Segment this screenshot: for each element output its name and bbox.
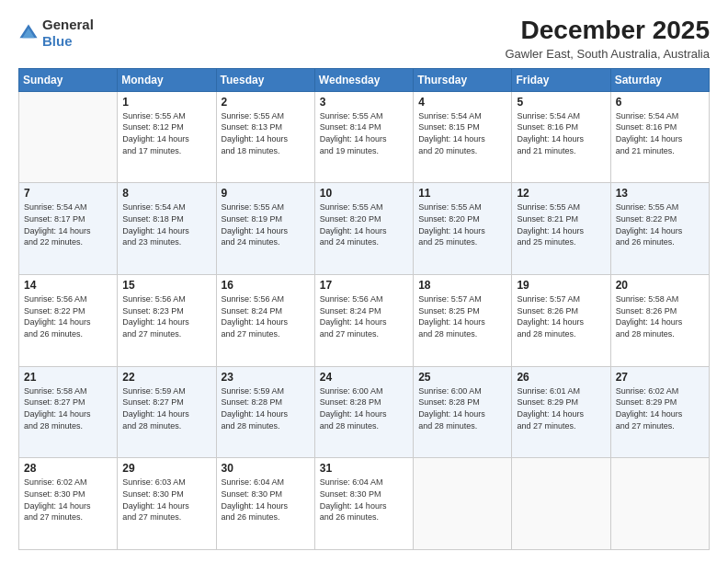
day-info: Sunrise: 5:57 AM Sunset: 8:25 PM Dayligh… xyxy=(418,293,506,339)
day-info: Sunrise: 5:55 AM Sunset: 8:14 PM Dayligh… xyxy=(320,110,408,156)
day-number: 29 xyxy=(122,462,210,475)
day-info: Sunrise: 5:54 AM Sunset: 8:18 PM Dayligh… xyxy=(122,201,210,247)
day-number: 9 xyxy=(222,187,310,200)
day-info: Sunrise: 6:03 AM Sunset: 8:30 PM Dayligh… xyxy=(122,477,210,523)
day-info: Sunrise: 5:56 AM Sunset: 8:22 PM Dayligh… xyxy=(24,293,112,339)
calendar-cell: 11Sunrise: 5:55 AM Sunset: 8:20 PM Dayli… xyxy=(414,183,512,275)
day-info: Sunrise: 5:55 AM Sunset: 8:21 PM Dayligh… xyxy=(517,201,605,247)
day-info: Sunrise: 5:59 AM Sunset: 8:28 PM Dayligh… xyxy=(222,385,310,431)
calendar-cell: 17Sunrise: 5:56 AM Sunset: 8:24 PM Dayli… xyxy=(314,275,413,367)
day-info: Sunrise: 5:54 AM Sunset: 8:15 PM Dayligh… xyxy=(418,110,506,156)
calendar-cell: 20Sunrise: 5:58 AM Sunset: 8:26 PM Dayli… xyxy=(610,275,709,367)
day-info: Sunrise: 5:55 AM Sunset: 8:19 PM Dayligh… xyxy=(222,201,310,247)
day-info: Sunrise: 5:54 AM Sunset: 8:17 PM Dayligh… xyxy=(24,201,112,247)
day-info: Sunrise: 6:02 AM Sunset: 8:30 PM Dayligh… xyxy=(24,477,112,523)
day-number: 8 xyxy=(122,187,210,200)
calendar-cell: 29Sunrise: 6:03 AM Sunset: 8:30 PM Dayli… xyxy=(118,458,216,550)
calendar-cell: 22Sunrise: 5:59 AM Sunset: 8:27 PM Dayli… xyxy=(118,366,216,458)
day-number: 7 xyxy=(24,187,112,200)
day-info: Sunrise: 6:00 AM Sunset: 8:28 PM Dayligh… xyxy=(418,385,506,431)
logo-general: General xyxy=(42,17,94,33)
day-number: 5 xyxy=(517,96,605,109)
title-block: December 2025 Gawler East, South Austral… xyxy=(505,17,710,61)
subtitle: Gawler East, South Australia, Australia xyxy=(505,47,710,61)
day-number: 30 xyxy=(222,462,310,475)
day-info: Sunrise: 6:01 AM Sunset: 8:29 PM Dayligh… xyxy=(517,385,605,431)
day-info: Sunrise: 5:58 AM Sunset: 8:26 PM Dayligh… xyxy=(616,293,704,339)
day-number: 4 xyxy=(418,96,506,109)
calendar-cell: 31Sunrise: 6:04 AM Sunset: 8:30 PM Dayli… xyxy=(314,458,413,550)
day-info: Sunrise: 5:57 AM Sunset: 8:26 PM Dayligh… xyxy=(517,293,605,339)
calendar-cell: 27Sunrise: 6:02 AM Sunset: 8:29 PM Dayli… xyxy=(610,366,709,458)
calendar-cell xyxy=(19,91,118,183)
day-number: 18 xyxy=(418,279,506,292)
calendar-cell: 6Sunrise: 5:54 AM Sunset: 8:16 PM Daylig… xyxy=(610,91,709,183)
day-number: 10 xyxy=(320,187,408,200)
day-number: 2 xyxy=(222,96,310,109)
calendar-cell: 24Sunrise: 6:00 AM Sunset: 8:28 PM Dayli… xyxy=(314,366,413,458)
day-info: Sunrise: 5:58 AM Sunset: 8:27 PM Dayligh… xyxy=(24,385,112,431)
day-info: Sunrise: 6:00 AM Sunset: 8:28 PM Dayligh… xyxy=(320,385,408,431)
calendar-cell: 3Sunrise: 5:55 AM Sunset: 8:14 PM Daylig… xyxy=(314,91,413,183)
page: General Blue December 2025 Gawler East, … xyxy=(0,0,728,563)
calendar-cell xyxy=(414,458,512,550)
day-info: Sunrise: 5:54 AM Sunset: 8:16 PM Dayligh… xyxy=(517,110,605,156)
day-number: 14 xyxy=(24,279,112,292)
day-header-tuesday: Tuesday xyxy=(216,68,314,91)
calendar-cell: 14Sunrise: 5:56 AM Sunset: 8:22 PM Dayli… xyxy=(19,275,118,367)
day-number: 6 xyxy=(616,96,704,109)
day-number: 12 xyxy=(517,187,605,200)
calendar-cell: 8Sunrise: 5:54 AM Sunset: 8:18 PM Daylig… xyxy=(118,183,216,275)
calendar-cell: 16Sunrise: 5:56 AM Sunset: 8:24 PM Dayli… xyxy=(216,275,314,367)
day-header-monday: Monday xyxy=(118,68,216,91)
calendar-cell: 5Sunrise: 5:54 AM Sunset: 8:16 PM Daylig… xyxy=(512,91,610,183)
calendar-cell: 30Sunrise: 6:04 AM Sunset: 8:30 PM Dayli… xyxy=(216,458,314,550)
calendar-cell xyxy=(610,458,709,550)
day-number: 19 xyxy=(517,279,605,292)
day-info: Sunrise: 5:55 AM Sunset: 8:22 PM Dayligh… xyxy=(616,201,704,247)
day-header-sunday: Sunday xyxy=(19,68,118,91)
day-number: 23 xyxy=(222,371,310,384)
day-info: Sunrise: 5:55 AM Sunset: 8:20 PM Dayligh… xyxy=(320,201,408,247)
calendar-cell: 10Sunrise: 5:55 AM Sunset: 8:20 PM Dayli… xyxy=(314,183,413,275)
logo-blue: Blue xyxy=(42,33,94,50)
calendar-cell: 15Sunrise: 5:56 AM Sunset: 8:23 PM Dayli… xyxy=(118,275,216,367)
calendar-cell: 1Sunrise: 5:55 AM Sunset: 8:12 PM Daylig… xyxy=(118,91,216,183)
day-info: Sunrise: 5:55 AM Sunset: 8:13 PM Dayligh… xyxy=(222,110,310,156)
calendar-cell: 13Sunrise: 5:55 AM Sunset: 8:22 PM Dayli… xyxy=(610,183,709,275)
day-number: 28 xyxy=(24,462,112,475)
logo: General Blue xyxy=(18,17,94,50)
day-header-saturday: Saturday xyxy=(610,68,709,91)
day-number: 11 xyxy=(418,187,506,200)
calendar-cell: 26Sunrise: 6:01 AM Sunset: 8:29 PM Dayli… xyxy=(512,366,610,458)
day-number: 31 xyxy=(320,462,408,475)
calendar-cell: 4Sunrise: 5:54 AM Sunset: 8:15 PM Daylig… xyxy=(414,91,512,183)
day-number: 20 xyxy=(616,279,704,292)
logo-icon xyxy=(18,23,39,43)
calendar-cell: 9Sunrise: 5:55 AM Sunset: 8:19 PM Daylig… xyxy=(216,183,314,275)
calendar-cell: 7Sunrise: 5:54 AM Sunset: 8:17 PM Daylig… xyxy=(19,183,118,275)
calendar-table: SundayMondayTuesdayWednesdayThursdayFrid… xyxy=(18,68,710,550)
calendar-cell: 19Sunrise: 5:57 AM Sunset: 8:26 PM Dayli… xyxy=(512,275,610,367)
day-info: Sunrise: 5:54 AM Sunset: 8:16 PM Dayligh… xyxy=(616,110,704,156)
header: General Blue December 2025 Gawler East, … xyxy=(18,17,710,61)
day-info: Sunrise: 5:59 AM Sunset: 8:27 PM Dayligh… xyxy=(122,385,210,431)
calendar-cell: 28Sunrise: 6:02 AM Sunset: 8:30 PM Dayli… xyxy=(19,458,118,550)
day-header-wednesday: Wednesday xyxy=(314,68,413,91)
day-info: Sunrise: 6:04 AM Sunset: 8:30 PM Dayligh… xyxy=(222,477,310,523)
day-info: Sunrise: 5:56 AM Sunset: 8:24 PM Dayligh… xyxy=(320,293,408,339)
day-number: 25 xyxy=(418,371,506,384)
day-header-friday: Friday xyxy=(512,68,610,91)
day-info: Sunrise: 5:55 AM Sunset: 8:20 PM Dayligh… xyxy=(418,201,506,247)
day-info: Sunrise: 5:56 AM Sunset: 8:24 PM Dayligh… xyxy=(222,293,310,339)
day-number: 3 xyxy=(320,96,408,109)
day-info: Sunrise: 5:55 AM Sunset: 8:12 PM Dayligh… xyxy=(122,110,210,156)
day-number: 13 xyxy=(616,187,704,200)
day-number: 24 xyxy=(320,371,408,384)
calendar-cell: 21Sunrise: 5:58 AM Sunset: 8:27 PM Dayli… xyxy=(19,366,118,458)
day-number: 22 xyxy=(122,371,210,384)
day-number: 16 xyxy=(222,279,310,292)
day-number: 1 xyxy=(122,96,210,109)
calendar-cell: 25Sunrise: 6:00 AM Sunset: 8:28 PM Dayli… xyxy=(414,366,512,458)
calendar-cell: 23Sunrise: 5:59 AM Sunset: 8:28 PM Dayli… xyxy=(216,366,314,458)
